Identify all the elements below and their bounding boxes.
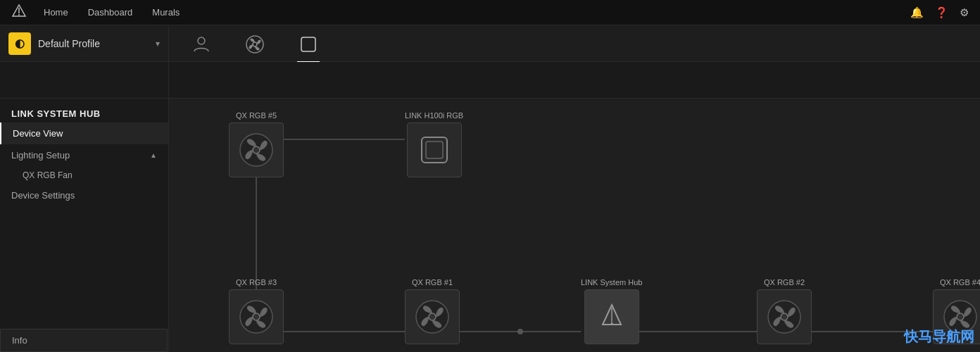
sidebar-section-title: LINK SYSTEM HUB [11, 108, 101, 119]
svg-point-21 [429, 313, 436, 320]
nav-home[interactable]: Home [41, 7, 71, 18]
h100i-icon [416, 132, 453, 168]
watermark: 快马导航网 [904, 327, 974, 346]
corsair-logo-icon [11, 4, 27, 22]
svg-point-2 [18, 14, 20, 15]
node-qx5[interactable]: QX RGB #5 [229, 111, 284, 177]
node-h100i-label: LINK H100i RGB [405, 111, 463, 120]
nav-dashboard[interactable]: Dashboard [85, 7, 136, 18]
bell-icon[interactable]: 🔔 [910, 6, 924, 19]
node-qx3-label: QX RGB #3 [236, 278, 277, 287]
fan-tab-icon [244, 33, 266, 56]
main-container: LINK SYSTEM HUB Device View Lighting Set… [0, 99, 980, 352]
svg-point-28 [957, 313, 964, 320]
fan-qx1-icon [414, 298, 451, 335]
node-qx4-label: QX RGB #4 [940, 278, 980, 287]
content-area: QX RGB #5 LINK H100i RGB [169, 99, 980, 352]
device-tab-square[interactable] [297, 33, 320, 61]
square-tab-icon [297, 33, 320, 56]
device-tab-fan[interactable] [244, 33, 266, 61]
sidebar: LINK SYSTEM HUB Device View Lighting Set… [0, 99, 169, 352]
node-lsh-box[interactable] [584, 289, 639, 344]
svg-point-15 [253, 146, 260, 153]
node-qx2-box[interactable] [757, 289, 812, 344]
node-qx3-box[interactable] [229, 289, 284, 344]
svg-point-24 [610, 322, 612, 325]
node-qx1[interactable]: QX RGB #1 [405, 278, 460, 344]
profile-name: Default Profile [38, 38, 149, 49]
combined-profile-tabs-row: ◐ Default Profile ▾ [0, 25, 980, 62]
node-qx1-label: QX RGB #1 [412, 278, 453, 287]
sidebar-item-lighting-setup[interactable]: Lighting Setup ▲ [0, 144, 168, 166]
node-h100i[interactable]: LINK H100i RGB [405, 111, 463, 177]
node-lsh-label: LINK System Hub [581, 278, 642, 287]
profile-icon: ◐ [8, 32, 31, 55]
svg-point-11 [517, 329, 523, 334]
node-lsh[interactable]: LINK System Hub [581, 278, 642, 344]
node-qx2[interactable]: QX RGB #2 [757, 278, 812, 344]
svg-rect-17 [426, 142, 443, 158]
node-h100i-box[interactable] [407, 122, 462, 177]
sidebar-item-device-view[interactable]: Device View [0, 122, 168, 144]
svg-point-3 [198, 37, 205, 44]
question-icon[interactable]: ❓ [935, 6, 948, 19]
second-row [0, 62, 980, 99]
fan-qx3-icon [238, 298, 275, 335]
svg-point-26 [781, 313, 788, 320]
sidebar-sub-item-qx-rgb-fan[interactable]: QX RGB Fan [0, 166, 168, 184]
settings-icon[interactable]: ⚙ [960, 6, 969, 19]
node-qx3[interactable]: QX RGB #3 [229, 278, 284, 344]
sidebar-top-area [0, 62, 169, 98]
sidebar-item-device-settings[interactable]: Device Settings [0, 184, 168, 206]
node-qx5-label: QX RGB #5 [236, 111, 277, 120]
content-area-top [169, 62, 980, 98]
chevron-up-icon: ▲ [150, 151, 157, 159]
top-navbar: Home Dashboard Murals 🔔 ❓ ⚙ [0, 0, 980, 25]
nav-murals[interactable]: Murals [149, 7, 182, 18]
sidebar-info-button[interactable]: Info [0, 329, 168, 352]
profile-chevron-icon[interactable]: ▾ [156, 39, 160, 49]
device-tab-person[interactable] [190, 33, 213, 61]
svg-point-19 [253, 313, 260, 320]
fan-qx5-icon [238, 132, 275, 168]
corsair-hub-icon [594, 299, 629, 334]
fan-qx2-icon [766, 298, 803, 335]
profile-section: ◐ Default Profile ▾ [0, 25, 169, 61]
node-qx1-box[interactable] [405, 289, 460, 344]
node-qx2-label: QX RGB #2 [764, 278, 805, 287]
svg-point-4 [246, 36, 263, 53]
node-qx5-box[interactable] [229, 122, 284, 177]
svg-point-5 [253, 42, 257, 46]
svg-rect-6 [301, 37, 315, 51]
device-tabs-section [169, 25, 980, 61]
connections-svg [169, 99, 980, 352]
person-tab-icon [190, 33, 213, 56]
